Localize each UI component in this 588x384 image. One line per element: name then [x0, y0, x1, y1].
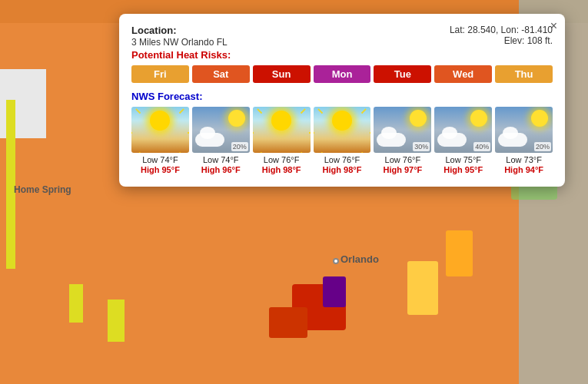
forecast-icon-sun	[253, 107, 311, 153]
location-info: Location: 3 Miles NW Orlando FL	[131, 25, 228, 48]
high-temp-tue: High 97°F	[374, 165, 431, 174]
low-temp-sat: Low 74°F	[192, 155, 250, 164]
map-mixed-patch1	[407, 261, 438, 315]
map-mixed-patch2	[446, 230, 473, 276]
coordinates: Lat: 28.540, Lon: -81.410 Elev: 108 ft.	[450, 25, 553, 46]
forecast-icon-wed: 40%	[434, 107, 492, 153]
forecast-icon-fri	[131, 107, 189, 153]
map-yellow-sm2	[108, 300, 125, 342]
high-temp-wed: High 95°F	[434, 165, 492, 174]
location-title: Location:	[131, 25, 228, 36]
precip-badge-tue: 30%	[413, 142, 430, 151]
heat-day-fri: Fri	[131, 65, 189, 83]
forecast-day-fri: Low 74°FHigh 95°F	[131, 107, 189, 174]
forecast-icon-tue: 30%	[374, 107, 431, 153]
high-temp-fri: High 95°F	[131, 165, 189, 174]
precip-badge-sat: 20%	[231, 142, 248, 151]
forecast-day-thu: 20%Low 73°FHigh 94°F	[495, 107, 553, 174]
heat-day-thu: Thu	[495, 65, 553, 83]
home-springs-label: Home Spring	[14, 184, 71, 195]
weather-popup: × Location: 3 Miles NW Orlando FL Lat: 2…	[119, 14, 565, 187]
high-temp-sat: High 96°F	[192, 165, 250, 174]
low-temp-sun: Low 76°F	[253, 155, 311, 164]
heat-days-row: FriSatSunMonTueWedThu	[131, 65, 553, 83]
forecast-icon-sat: 20%	[192, 107, 250, 153]
precip-badge-thu: 20%	[534, 142, 551, 151]
forecast-icon-thu: 20%	[495, 107, 553, 153]
forecast-row: Low 74°FHigh 95°F20%Low 74°FHigh 96°FLow…	[131, 107, 553, 174]
heat-day-sat: Sat	[192, 65, 250, 83]
low-temp-thu: Low 73°F	[495, 155, 553, 164]
map-purple-patch	[323, 276, 346, 307]
low-temp-fri: Low 74°F	[131, 155, 189, 164]
lat-lon: Lat: 28.540, Lon: -81.410	[450, 25, 553, 35]
low-temp-wed: Low 75°F	[434, 155, 492, 164]
elevation: Elev: 108 ft.	[450, 35, 553, 46]
heat-day-wed: Wed	[434, 65, 492, 83]
high-temp-thu: High 94°F	[495, 165, 553, 174]
high-temp-sun: High 98°F	[253, 165, 311, 174]
location-name: 3 Miles NW Orlando FL	[131, 37, 228, 48]
orlando-label: Orlando	[341, 253, 379, 265]
high-temp-mon: High 98°F	[314, 165, 371, 174]
orlando-marker	[333, 258, 339, 264]
forecast-day-sun: Low 76°FHigh 98°F	[253, 107, 311, 174]
precip-badge-wed: 40%	[473, 142, 490, 151]
heat-day-mon: Mon	[314, 65, 371, 83]
forecast-day-wed: 40%Low 75°FHigh 95°F	[434, 107, 492, 174]
close-button[interactable]: ×	[550, 20, 557, 32]
heat-risks-title: Potential Heat Risks:	[131, 49, 553, 61]
low-temp-tue: Low 76°F	[374, 155, 431, 164]
heat-day-sun: Sun	[253, 65, 311, 83]
map-yellow-sm1	[69, 284, 83, 323]
nws-forecast-title: NWS Forecast:	[131, 91, 553, 102]
forecast-day-sat: 20%Low 74°FHigh 96°F	[192, 107, 250, 174]
forecast-icon-mon	[314, 107, 371, 153]
heat-day-tue: Tue	[374, 65, 431, 83]
forecast-day-tue: 30%Low 76°FHigh 97°F	[374, 107, 431, 174]
forecast-day-mon: Low 76°FHigh 98°F	[314, 107, 371, 174]
low-temp-mon: Low 76°F	[314, 155, 371, 164]
map-red-patch2	[269, 307, 307, 338]
popup-header: Location: 3 Miles NW Orlando FL Lat: 28.…	[131, 25, 553, 48]
